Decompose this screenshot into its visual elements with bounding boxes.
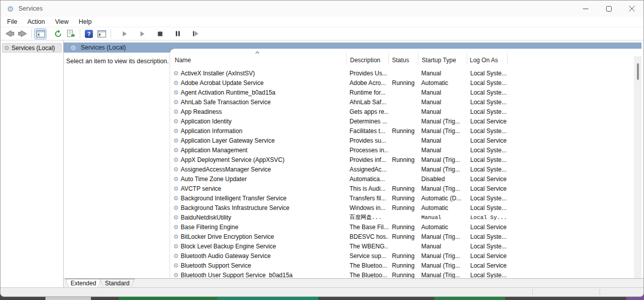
service-row[interactable]: ⚙ BaiduNetdiskUtility 百度网盘... Manual Loc…	[170, 212, 633, 222]
start-service-button[interactable]	[119, 28, 131, 39]
tree-item-services-local[interactable]: ⚙ Services (Local)	[2, 43, 62, 53]
service-startup-type: Manual (Trig...	[418, 272, 467, 279]
service-gear-icon: ⚙	[173, 176, 179, 182]
service-row[interactable]: ⚙ Adobe Acrobat Update Service Adobe Acr…	[170, 78, 633, 88]
close-button[interactable]	[620, 1, 643, 17]
service-row[interactable]: ⚙ Agent Activation Runtime_b0ad15a Runti…	[170, 88, 633, 97]
service-log-on-as: Local Service	[467, 185, 507, 192]
service-row[interactable]: ⚙ Application Management Processes in...…	[170, 145, 633, 155]
stop-service-icon	[158, 31, 163, 36]
service-gear-icon: ⚙	[173, 234, 179, 240]
pause-service-icon	[175, 31, 180, 36]
column-divider[interactable]	[388, 53, 389, 65]
service-startup-type: Manual	[418, 108, 467, 115]
service-startup-type: Manual	[418, 137, 467, 144]
restart-service-button[interactable]	[189, 28, 202, 39]
column-divider[interactable]	[467, 53, 467, 65]
service-row[interactable]: ⚙ Application Identity Determines ... Ma…	[170, 116, 633, 126]
column-header-log-on-as[interactable]: Log On As	[470, 57, 498, 64]
help-button[interactable]: ?	[83, 28, 95, 39]
maximize-button[interactable]	[597, 1, 620, 17]
service-startup-type: Disabled	[418, 176, 467, 183]
service-status: Running	[388, 252, 418, 260]
resume-service-button[interactable]	[136, 28, 148, 39]
service-description: AhnLab Saf...	[346, 99, 388, 106]
service-name-cell: ⚙ Agent Activation Runtime_b0ad15a	[170, 89, 346, 96]
service-gear-icon: ⚙	[173, 186, 179, 192]
menu-action[interactable]: Action	[22, 17, 50, 27]
service-row[interactable]: ⚙ BitLocker Drive Encryption Service BDE…	[170, 232, 633, 241]
service-row[interactable]: ⚙ ActiveX Installer (AxInstSV) Provides …	[170, 68, 633, 78]
show-hide-console-tree-button[interactable]	[34, 28, 46, 39]
service-row[interactable]: ⚙ Application Layer Gateway Service Prov…	[170, 136, 633, 145]
service-name-cell: ⚙ AppX Deployment Service (AppXSVC)	[170, 156, 346, 163]
service-name: Bluetooth Audio Gateway Service	[181, 252, 271, 260]
service-name: AssignedAccessManager Service	[181, 166, 271, 173]
menu-file[interactable]: File	[2, 17, 22, 27]
service-row[interactable]: ⚙ Background Tasks Infrastructure Servic…	[170, 203, 633, 212]
service-startup-type: Manual (Trig...	[418, 252, 467, 260]
service-row[interactable]: ⚙ Auto Time Zone Updater Automatica... D…	[170, 174, 633, 184]
service-name-cell: ⚙ AVCTP service	[170, 185, 346, 192]
service-row[interactable]: ⚙ Bluetooth Audio Gateway Service Servic…	[170, 251, 633, 261]
column-divider[interactable]	[418, 53, 418, 65]
services-rows: ⚙ ActiveX Installer (AxInstSV) Provides …	[170, 68, 633, 278]
service-startup-type: Automatic	[418, 224, 467, 231]
menu-help[interactable]: Help	[74, 17, 97, 27]
column-divider[interactable]	[346, 53, 346, 65]
service-description: Provides inf...	[346, 156, 388, 163]
service-row[interactable]: ⚙ Bluetooth Support Service The Bluetoo.…	[170, 261, 633, 270]
service-description: Service sup...	[346, 252, 388, 260]
service-row[interactable]: ⚙ Application Information Facilitates t.…	[170, 126, 633, 136]
column-header-name[interactable]: Name	[175, 57, 191, 64]
forward-button[interactable]	[16, 28, 28, 39]
service-row[interactable]: ⚙ Block Level Backup Engine Service The …	[170, 241, 633, 251]
service-row[interactable]: ⚙ AssignedAccessManager Service Assigned…	[170, 164, 633, 174]
service-startup-type: Manual (Trig...	[418, 118, 467, 125]
column-header-startup-type[interactable]: Startup Type	[422, 57, 456, 64]
stop-service-button[interactable]	[154, 28, 166, 39]
service-log-on-as: Local Syste...	[467, 272, 507, 279]
scrollbar-thumb[interactable]	[637, 63, 639, 80]
minimize-button[interactable]	[574, 1, 597, 17]
service-name: Application Identity	[181, 118, 232, 125]
details-pane: ⚙ Services (Local) Select an item to vie…	[64, 40, 643, 287]
service-name: Application Layer Gateway Service	[181, 137, 275, 144]
show-hide-action-pane-button[interactable]	[95, 28, 108, 39]
menu-view[interactable]: View	[50, 17, 74, 27]
tab-extended[interactable]: Extended	[65, 279, 102, 287]
service-row[interactable]: ⚙ AhnLab Safe Transaction Service AhnLab…	[170, 97, 633, 107]
service-row[interactable]: ⚙ Base Filtering Engine The Base Fil... …	[170, 222, 633, 232]
service-name-cell: ⚙ Bluetooth Support Service	[170, 262, 346, 269]
content-area: ⚙ Services (Local) ⚙ Services (Local) Se…	[1, 40, 643, 287]
service-status: Running	[388, 233, 418, 240]
service-description: AssignedAc...	[346, 166, 388, 173]
export-list-button[interactable]	[65, 28, 77, 39]
service-row[interactable]: ⚙ Bluetooth User Support Service_b0ad15a…	[170, 270, 633, 278]
column-header-status[interactable]: Status	[392, 57, 409, 64]
service-name: BitLocker Drive Encryption Service	[181, 233, 274, 240]
vertical-scrollbar[interactable]	[634, 56, 641, 278]
service-row[interactable]: ⚙ AVCTP service This is Audi... Running …	[170, 184, 633, 193]
service-row[interactable]: ⚙ App Readiness Gets apps re... Manual L…	[170, 107, 633, 116]
close-icon	[629, 6, 635, 12]
service-row[interactable]: ⚙ Background Intelligent Transfer Servic…	[170, 193, 633, 203]
column-divider[interactable]	[507, 53, 508, 65]
services-gear-icon: ⚙	[7, 5, 14, 13]
service-gear-icon: ⚙	[173, 215, 179, 221]
service-name: Bluetooth User Support Service_b0ad15a	[181, 272, 292, 279]
service-row[interactable]: ⚙ AppX Deployment Service (AppXSVC) Prov…	[170, 155, 633, 164]
service-description: Adobe Acro...	[346, 79, 388, 87]
console-tree-icon	[36, 30, 45, 37]
pause-service-button[interactable]	[172, 28, 184, 39]
tab-standard[interactable]: Standard	[100, 279, 135, 287]
service-gear-icon: ⚙	[173, 263, 179, 269]
refresh-button[interactable]	[52, 28, 64, 39]
service-startup-type: Manual (Trig...	[418, 262, 467, 269]
column-header-description[interactable]: Description	[350, 57, 380, 64]
service-name: Adobe Acrobat Update Service	[181, 79, 264, 87]
tab-extended-label: Extended	[66, 279, 101, 287]
service-status: Running	[388, 127, 418, 135]
service-name: Bluetooth Support Service	[181, 262, 251, 269]
back-button[interactable]	[4, 28, 16, 39]
